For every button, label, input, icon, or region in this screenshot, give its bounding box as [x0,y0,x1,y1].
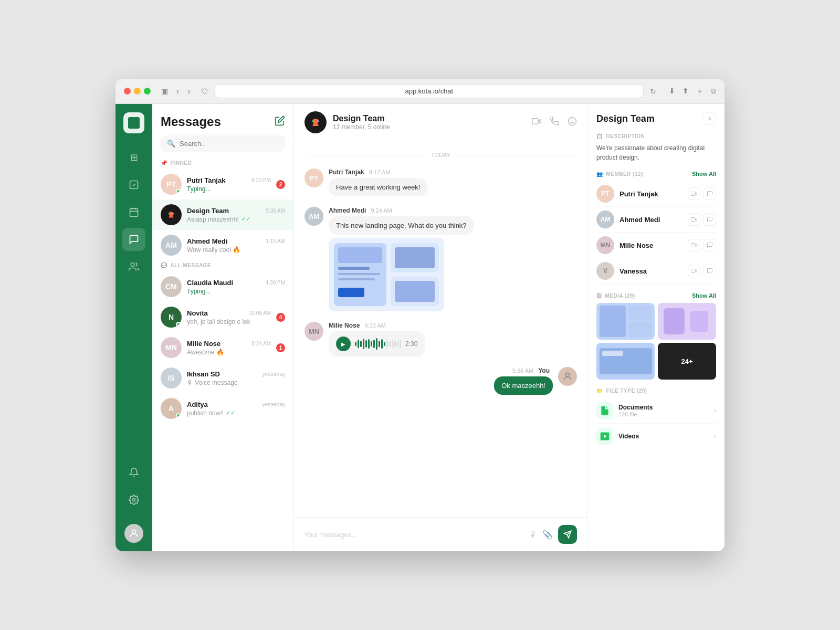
emoji-button[interactable] [568,117,577,128]
chat-icon-vanessa[interactable] [704,265,716,277]
forward-button[interactable]: › [185,86,192,97]
description-section: 📋 DESCRIPTION We're passionate about cre… [596,133,716,162]
download-icon[interactable]: ⬇ [669,87,675,96]
conv-badge-milie: 1 [276,343,285,352]
user-avatar[interactable] [124,524,143,543]
all-msg-icon: 💬 [161,262,167,268]
msg-bubble-2: This new landing page, What do you think… [329,216,474,235]
svg-marker-13 [538,119,541,123]
member-name-ahmed: Ahmed Medi [620,216,682,224]
conv-avatar-novita: N [161,307,182,328]
media-thumb-2[interactable] [658,303,716,340]
minimize-button[interactable] [134,88,141,94]
conv-info-design: Design Team 9:36 AM Asiaap maszeehh! ✓✓ [187,207,285,223]
conv-item-ahmed[interactable]: AM Ahmed Medi 1:15 AM Wow really cool 🔥 [152,230,293,260]
close-panel-button[interactable]: × [704,112,716,125]
voice-message: ▶ [329,331,425,356]
browser-actions: ⬇ ⬆ ＋ ⧉ [669,87,716,96]
sidebar-toggle-icon[interactable]: ▣ [161,87,168,96]
sidebar-item-tasks[interactable] [122,173,145,196]
show-all-members-button[interactable]: Show All [692,171,716,177]
filetype-icon: 📁 [596,388,603,394]
videos-icon [596,428,613,445]
all-messages-label: 💬 All Message [152,260,293,271]
sidebar-item-calendar[interactable] [122,201,145,224]
tabs-icon[interactable]: ⧉ [711,87,716,96]
sidebar-item-notifications[interactable] [122,461,145,484]
conv-badge-novita: 4 [276,313,285,322]
new-tab-icon[interactable]: ＋ [696,87,704,96]
videos-action[interactable]: › [714,433,716,440]
conv-item-claudia[interactable]: CM Claudia Maudi 4:30 PM Typing... [152,271,293,302]
compose-icon[interactable] [275,116,285,129]
video-icon-putri[interactable] [688,187,700,200]
video-icon-vanessa[interactable] [688,265,700,277]
svg-marker-32 [695,193,697,195]
documents-icon [596,402,613,419]
sidebar-item-contacts[interactable] [122,255,145,278]
url-bar[interactable]: app.kota.io/chat [215,84,644,98]
media-more-overlay: 24+ [658,343,716,380]
svg-rect-41 [600,306,626,337]
svg-marker-34 [695,218,697,221]
documents-action[interactable]: › [714,407,716,414]
send-button[interactable] [558,525,577,544]
conv-avatar-ahmed: AM [161,235,182,256]
conv-badge-putri: 2 [276,180,285,189]
media-thumb-3[interactable] [596,343,655,380]
share-icon[interactable]: ⬆ [682,87,689,96]
member-item-putri: PT Putri Tanjak [596,181,716,207]
chat-icon-ahmed[interactable] [704,213,716,226]
sidebar-item-dashboard[interactable]: ⊞ [122,146,145,169]
conv-item-design[interactable]: Design Team 9:36 AM Asiaap maszeehh! ✓✓ [152,200,293,230]
message-group-4: 9:36 AM You Ok maszeehh! [304,367,577,395]
conv-item-novita[interactable]: N Novita 10:05 AM yoh, jo lali design e … [152,302,293,332]
back-button[interactable]: ‹ [174,86,181,97]
chat-area: Design Team 12 member, 5 online TOD [294,104,588,551]
media-thumb-1[interactable] [596,303,655,340]
chat-group-name: Design Team [333,114,526,123]
conv-avatar-ikhsan: IS [161,368,182,388]
chat-icon-milie[interactable] [704,239,716,251]
reload-icon[interactable]: ↻ [650,87,656,96]
attachment-icon[interactable]: 📎 [542,530,553,540]
search-input[interactable] [180,140,279,148]
conv-item-putri[interactable]: PT Putri Tanjak 4:30 PM Typing... 2 [152,169,293,200]
conv-info-ikhsan: Ikhsan SD yesterday 🎙 Voice message [187,370,285,386]
svg-rect-37 [691,244,696,247]
sidebar-item-messages[interactable] [122,228,145,251]
chat-icon-putri[interactable] [704,187,716,200]
member-actions-vanessa [688,265,716,277]
msg-avatar-putri: PT [304,169,323,187]
voice-call-button[interactable] [550,117,559,128]
svg-rect-49 [602,351,623,356]
play-button[interactable]: ▶ [336,337,351,351]
conv-info-aditya: Aditya yesterday publish now!! ✓✓ [187,401,285,417]
video-icon-milie[interactable] [688,239,700,251]
member-name-vanessa: Vanessa [620,267,682,275]
svg-rect-45 [664,308,685,334]
video-icon-ahmed[interactable] [688,213,700,226]
svg-rect-27 [395,247,435,268]
members-section: 👥 MEMBER (12) Show All PT Putri Tanjak [596,171,716,284]
conv-item-milie[interactable]: MN Milie Nose 8:24 AM Awesome 🔥 1 [152,332,293,363]
conv-item-ikhsan[interactable]: IS Ikhsan SD yesterday 🎙 Voice message [152,363,293,393]
members-header: 👥 MEMBER (12) Show All [596,171,716,177]
svg-rect-33 [691,192,696,196]
msg-bubble-mine: Ok maszeehh! [494,376,553,395]
pin-icon: 📌 [161,160,167,166]
microphone-icon[interactable]: 🎙 [529,530,537,539]
conv-avatar-aditya: A [161,398,182,419]
sidebar-item-settings[interactable] [122,488,145,511]
conv-item-aditya[interactable]: A Aditya yesterday publish now!! ✓✓ [152,393,293,424]
show-all-media-button[interactable]: Show All [692,292,716,299]
media-header: 🖼 MEDIA (29) Show All [596,292,716,299]
media-thumb-overlay[interactable]: 24+ [658,343,716,380]
maximize-button[interactable] [144,88,151,94]
member-actions-ahmed [688,213,716,226]
message-input[interactable] [304,531,523,539]
close-button[interactable] [124,88,131,94]
member-item-milie: MN Milie Nose [596,233,716,258]
video-call-button[interactable] [532,117,541,128]
member-name-putri: Putri Tanjak [620,190,682,198]
